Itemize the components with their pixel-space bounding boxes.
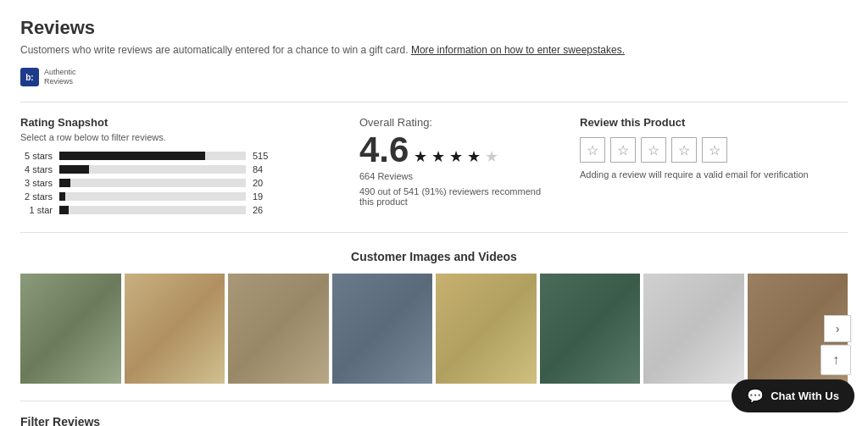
bar-count-2: 84 xyxy=(253,164,276,174)
subtitle-text: Customers who write reviews are automati… xyxy=(20,44,409,56)
scroll-to-top-button[interactable]: ↑ xyxy=(821,345,851,375)
rating-value-row: 4.6 ★ ★ ★ ★ ★ xyxy=(359,132,546,171)
bar-row-3[interactable]: 3 stars 20 xyxy=(20,178,326,188)
bar-label-2: 4 stars xyxy=(20,164,53,174)
review-email-note: Adding a review will require a valid ema… xyxy=(580,169,848,180)
review-this-title: Review this Product xyxy=(580,116,848,129)
image-thumb-2[interactable] xyxy=(125,274,225,384)
image-thumb-4[interactable] xyxy=(332,274,433,384)
review-count: 664 Reviews xyxy=(359,171,546,181)
recommend-text: 490 out of 541 (91%) reviewers recommend… xyxy=(359,186,546,207)
bar-fill-5 xyxy=(59,206,69,214)
reviews-subtitle: Customers who write reviews are automati… xyxy=(20,44,848,56)
star-1: ★ xyxy=(414,148,427,165)
image-thumb-5[interactable] xyxy=(436,274,537,384)
image-thumb-1[interactable] xyxy=(20,274,121,384)
bar-track-5 xyxy=(59,206,246,214)
overall-number: 4.6 xyxy=(359,132,409,168)
chevron-right-icon: › xyxy=(836,322,840,335)
bar-row-5[interactable]: 1 star 26 xyxy=(20,205,326,215)
page-title: Reviews xyxy=(20,17,848,39)
arrow-up-icon: ↑ xyxy=(832,352,839,368)
image-thumb-7[interactable] xyxy=(643,274,744,384)
bar-label-5: 1 star xyxy=(20,205,53,215)
bar-row-1[interactable]: 5 stars 515 xyxy=(20,151,326,161)
star-btn-4[interactable]: ☆ xyxy=(671,137,697,163)
star-4: ★ xyxy=(467,148,481,165)
reviews-header: Reviews Customers who write reviews are … xyxy=(20,17,848,56)
star-3: ★ xyxy=(449,148,463,165)
star-btn-2[interactable]: ☆ xyxy=(610,137,636,163)
bv-icon: b: xyxy=(20,68,39,86)
bar-label-4: 2 stars xyxy=(20,191,53,202)
bar-track-4 xyxy=(59,192,246,201)
customer-images-section: Customer Images and Videos › xyxy=(20,250,848,384)
star-btn-3[interactable]: ☆ xyxy=(641,137,666,163)
chat-icon: 💬 xyxy=(747,388,764,404)
overall-rating: Overall Rating: 4.6 ★ ★ ★ ★ ★ 664 Review… xyxy=(359,116,546,207)
star-btn-1[interactable]: ☆ xyxy=(580,137,605,163)
bar-fill-1 xyxy=(59,152,205,160)
bar-row-2[interactable]: 4 stars 84 xyxy=(20,164,326,174)
image-thumb-3[interactable] xyxy=(228,274,329,384)
snapshot-title: Rating Snapshot xyxy=(20,116,326,129)
bar-label-3: 3 stars xyxy=(20,178,53,188)
snapshot-subtitle: Select a row below to filter reviews. xyxy=(20,132,326,142)
bar-track-1 xyxy=(59,152,246,160)
overall-label: Overall Rating: xyxy=(359,116,546,129)
rating-snapshot: Rating Snapshot Select a row below to fi… xyxy=(20,116,326,219)
bv-text: Authentic Reviews xyxy=(44,68,76,86)
bars-container: 5 stars 515 4 stars 84 3 stars 20 2 star… xyxy=(20,151,326,215)
carousel-next-button[interactable]: › xyxy=(824,315,851,342)
bar-label-1: 5 stars xyxy=(20,151,53,161)
bar-fill-2 xyxy=(59,165,89,174)
star-rating-input[interactable]: ☆ ☆ ☆ ☆ ☆ xyxy=(580,137,848,163)
bar-row-4[interactable]: 2 stars 19 xyxy=(20,191,326,202)
bv-badge: b: Authentic Reviews xyxy=(20,68,848,86)
images-row xyxy=(20,274,848,384)
stars-display: ★ ★ ★ ★ ★ xyxy=(414,147,498,166)
bar-count-1: 515 xyxy=(253,151,276,161)
chat-with-us-button[interactable]: 💬 Chat With Us xyxy=(732,379,854,412)
chat-button-label: Chat With Us xyxy=(771,390,839,402)
bar-count-3: 20 xyxy=(253,178,276,188)
snapshot-section: Rating Snapshot Select a row below to fi… xyxy=(20,102,848,233)
bar-count-5: 26 xyxy=(253,205,276,215)
bar-fill-3 xyxy=(59,179,70,187)
star-btn-5[interactable]: ☆ xyxy=(702,137,727,163)
image-thumb-6[interactable] xyxy=(540,274,641,384)
bar-track-3 xyxy=(59,179,246,187)
bar-fill-4 xyxy=(59,192,65,201)
review-this-product: Review this Product ☆ ☆ ☆ ☆ ☆ Adding a r… xyxy=(580,116,848,180)
filter-title: Filter Reviews xyxy=(20,415,848,426)
images-carousel: › xyxy=(20,274,848,384)
bar-track-2 xyxy=(59,165,246,174)
customer-images-title: Customer Images and Videos xyxy=(20,250,848,263)
filter-section: Filter Reviews 🔍 xyxy=(20,401,848,426)
bar-count-4: 19 xyxy=(253,191,276,202)
star-2: ★ xyxy=(431,148,445,165)
star-5: ★ xyxy=(485,148,498,165)
sweepstakes-link[interactable]: More information on how to enter sweepst… xyxy=(411,44,625,56)
